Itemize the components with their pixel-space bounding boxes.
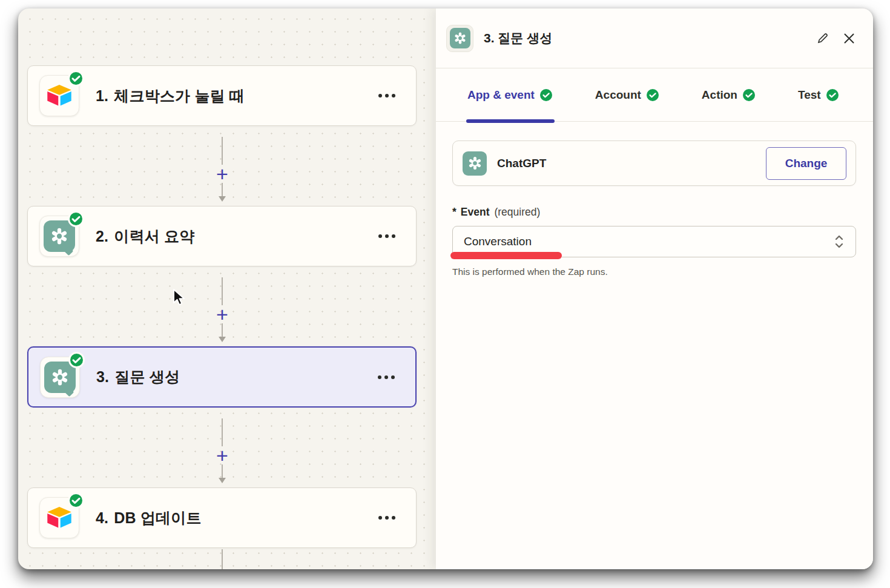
step-name: 이력서 요약 [114, 228, 194, 245]
tab-complete-check-icon [826, 89, 839, 101]
panel-header-actions [817, 32, 855, 44]
annotation-red-underline [450, 252, 562, 259]
tab-app-and-event[interactable]: App & event [467, 68, 552, 121]
chatgpt-icon [450, 28, 470, 48]
add-step-button[interactable]: + [216, 446, 228, 464]
connector-line [222, 323, 223, 337]
tab-complete-check-icon [743, 89, 755, 101]
step-menu-button[interactable] [376, 89, 398, 102]
connector-line [222, 137, 223, 165]
step-card-4[interactable]: 4.DB 업데이트 [27, 487, 417, 548]
add-step-button[interactable]: + [216, 165, 228, 183]
step-title: 2.이력서 요약 [96, 226, 194, 246]
arrow-down-icon [219, 337, 226, 342]
chatgpt-app-tile [39, 216, 79, 257]
zapier-editor-window: 1.체크박스가 눌릴 때 + 2.이력서 요약 [18, 8, 873, 569]
event-field-label: *Event(required) [452, 206, 856, 219]
panel-tabs: App & event Account Action Test [436, 68, 873, 122]
required-text: (required) [494, 206, 540, 218]
tab-label: Action [702, 88, 737, 102]
step-menu-button[interactable] [376, 511, 398, 524]
connector-line [222, 183, 223, 196]
tab-test[interactable]: Test [798, 68, 839, 121]
tab-action[interactable]: Action [702, 68, 755, 121]
connector: + [216, 137, 229, 202]
required-asterisk: * [452, 206, 457, 218]
event-select-value: Conversation [464, 235, 532, 248]
connector-line [222, 549, 223, 569]
step-title: 4.DB 업데이트 [96, 508, 202, 528]
panel-content: ChatGPT Change *Event(required) Conversa… [436, 122, 873, 277]
step-number: 2. [96, 228, 108, 245]
app-name: ChatGPT [497, 157, 546, 170]
step-title: 1.체크박스가 눌릴 때 [96, 86, 245, 106]
connector-line [222, 418, 223, 446]
panel-header: 3. 질문 생성 [436, 8, 873, 68]
arrow-down-icon [219, 196, 226, 202]
chatgpt-app-tile [446, 25, 473, 52]
airtable-app-tile [39, 75, 79, 116]
step-card-1[interactable]: 1.체크박스가 눌릴 때 [27, 65, 417, 126]
airtable-app-tile [39, 497, 79, 538]
field-label-text: Event [461, 206, 490, 218]
mouse-cursor [171, 288, 187, 306]
step-menu-button[interactable] [375, 371, 397, 384]
chevron-up-down-icon [834, 234, 845, 249]
close-icon[interactable] [843, 33, 855, 44]
step-name: 질문 생성 [114, 368, 180, 385]
arrow-down-icon [219, 478, 226, 483]
step-config-panel: 3. 질문 생성 App & event Ac [436, 8, 873, 569]
chatgpt-app-tile [40, 357, 80, 398]
tab-label: Account [595, 88, 641, 102]
panel-title: 3. 질문 생성 [484, 30, 552, 47]
connector-line [222, 464, 223, 478]
tab-account[interactable]: Account [595, 68, 659, 121]
success-check-icon [68, 352, 85, 368]
success-check-icon [68, 70, 84, 87]
connector: + [216, 277, 229, 342]
step-number: 4. [96, 509, 108, 526]
connector: + [216, 418, 229, 483]
add-step-button[interactable]: + [216, 305, 228, 323]
success-check-icon [68, 492, 84, 509]
tab-complete-check-icon [540, 89, 552, 101]
step-number: 1. [96, 87, 108, 104]
tab-complete-check-icon [647, 89, 659, 101]
step-card-2[interactable]: 2.이력서 요약 [27, 206, 417, 266]
step-title: 3.질문 생성 [96, 367, 180, 387]
step-number: 3. [96, 368, 109, 385]
event-helper-text: This is performed when the Zap runs. [452, 266, 856, 277]
step-menu-button[interactable] [376, 230, 398, 243]
step-name: 체크박스가 눌릴 때 [114, 87, 245, 104]
selected-app-card: ChatGPT Change [452, 140, 856, 186]
edit-icon[interactable] [817, 32, 829, 44]
chatgpt-icon [463, 151, 487, 176]
step-name: DB 업데이트 [114, 509, 201, 526]
tab-label: Test [798, 88, 821, 102]
step-card-3-selected[interactable]: 3.질문 생성 [27, 346, 417, 408]
change-app-button[interactable]: Change [766, 147, 846, 180]
connector-line [222, 277, 223, 305]
tab-label: App & event [467, 88, 535, 102]
success-check-icon [68, 211, 84, 227]
